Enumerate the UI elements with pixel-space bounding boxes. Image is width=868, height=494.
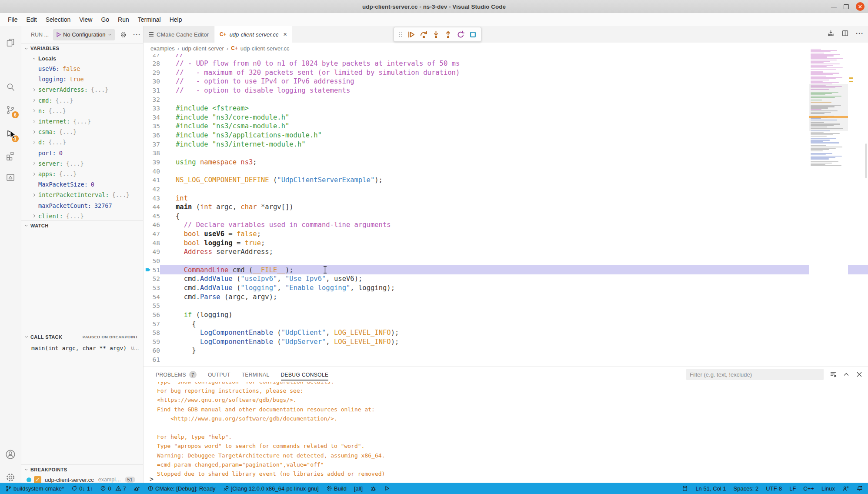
code-line[interactable]: 55 xyxy=(144,301,868,310)
account-button[interactable] xyxy=(0,444,21,465)
gutter-slot[interactable] xyxy=(144,267,152,273)
sidebar-item-search[interactable] xyxy=(0,77,21,97)
menu-item-go[interactable]: Go xyxy=(97,13,114,26)
panel-tab-output[interactable]: OUTPUT xyxy=(208,367,230,382)
sidebar-item-cmake[interactable] xyxy=(0,167,21,188)
breakpoints-section-header[interactable]: BREAKPOINTS xyxy=(21,464,143,474)
code-line[interactable]: 41NS_LOG_COMPONENT_DEFINE ("UdpClientSer… xyxy=(144,176,868,185)
sidebar-item-extensions[interactable] xyxy=(0,145,21,166)
code-line[interactable]: 29// - maximum of 320 packets sent (or l… xyxy=(144,68,868,77)
menu-item-edit[interactable]: Edit xyxy=(22,13,41,26)
chevron-right-icon[interactable] xyxy=(32,140,37,145)
code-line[interactable]: 27// xyxy=(144,54,868,59)
tab-close-icon[interactable]: × xyxy=(284,31,287,38)
debug-status[interactable] xyxy=(134,485,140,492)
code-line[interactable]: 54 cmd.Parse (argc, argv); xyxy=(144,292,868,301)
step-into-icon[interactable] xyxy=(432,30,440,39)
panel-tab-problems[interactable]: PROBLEMS7 xyxy=(156,367,197,382)
code-line[interactable]: 56 if (logging) xyxy=(144,310,868,320)
cmake-launch-button[interactable] xyxy=(384,485,390,491)
breadcrumb-item[interactable]: udp-client-server.cc xyxy=(240,45,290,52)
clear-console-icon[interactable] xyxy=(830,371,837,378)
code-line[interactable]: 53 cmd.AddValue ("logging", "Enable logg… xyxy=(144,284,868,293)
variables-section-header[interactable]: VARIABLES xyxy=(21,43,143,53)
chevron-right-icon[interactable] xyxy=(32,130,37,134)
maximize-icon[interactable] xyxy=(844,4,849,9)
code-line[interactable]: 49 Address serverAddress; xyxy=(144,247,868,257)
breakpoint-row[interactable]: ✓ udp-client-server.cc exampl… 51 xyxy=(21,474,143,483)
restart-icon[interactable] xyxy=(457,30,465,39)
chevron-down-icon[interactable] xyxy=(32,56,37,61)
breadcrumb-item[interactable]: examples xyxy=(150,45,175,52)
variable-row[interactable]: apps:{...} xyxy=(21,169,143,179)
code-line[interactable]: 40 xyxy=(144,167,868,176)
variable-row[interactable]: interPacketInterval:{...} xyxy=(21,190,143,200)
code-line[interactable]: 33#include <fstream> xyxy=(144,104,868,113)
minimap-slider[interactable] xyxy=(809,84,848,131)
variable-row[interactable]: d:{...} xyxy=(21,137,143,147)
variable-row[interactable]: maxPacketCount:32767 xyxy=(21,200,143,211)
close-panel-icon[interactable] xyxy=(856,371,863,378)
cmake-kit[interactable]: [Clang 12.0.0 x86_64-pc-linux-gnu] xyxy=(223,485,319,492)
feedback-button[interactable] xyxy=(842,485,849,492)
panel-tab-debug-console[interactable]: DEBUG CONSOLE xyxy=(281,367,329,382)
locals-scope-row[interactable]: Locals xyxy=(21,53,143,63)
watch-section-header[interactable]: WATCH xyxy=(21,220,143,230)
cmake-debug-button[interactable] xyxy=(370,485,377,492)
close-icon[interactable]: ✕ xyxy=(856,2,865,11)
collapse-panel-icon[interactable] xyxy=(843,371,850,378)
breakpoint-checkbox[interactable]: ✓ xyxy=(34,476,41,483)
console-filter-input[interactable] xyxy=(686,369,824,380)
more-actions-icon[interactable]: ··· xyxy=(133,31,141,38)
variable-row[interactable]: cmd:{...} xyxy=(21,95,143,106)
code-line[interactable]: 35#include "ns3/csma-module.h" xyxy=(144,122,868,131)
menu-item-selection[interactable]: Selection xyxy=(41,13,75,26)
code-line[interactable]: 31// - option to disable logging stateme… xyxy=(144,86,868,95)
debug-console-output[interactable]: Type "show configuration" for configurat… xyxy=(144,382,868,483)
variable-row[interactable]: port:0 xyxy=(21,148,143,158)
cmake-status[interactable]: CMake: [Debug]: Ready xyxy=(147,485,216,492)
remote-db-status[interactable] xyxy=(682,485,688,491)
chevron-right-icon[interactable] xyxy=(32,108,37,113)
code-line[interactable]: 51 CommandLine cmd (__FILE__); xyxy=(144,265,868,274)
code-line[interactable]: 39using namespace ns3; xyxy=(144,158,868,167)
variable-row[interactable]: csma:{...} xyxy=(21,127,143,137)
cmake-build-target[interactable]: [all] xyxy=(354,485,363,492)
code-line[interactable]: 34#include "ns3/core-module.h" xyxy=(144,113,868,122)
tab-udp-client-server[interactable]: C+ udp-client-server.cc × xyxy=(214,26,292,43)
toolbar-drag-handle[interactable] xyxy=(398,31,403,38)
chevron-right-icon[interactable] xyxy=(32,193,37,197)
code-line[interactable]: 38 xyxy=(144,149,868,158)
more-actions-icon[interactable]: ··· xyxy=(856,30,864,37)
tab-cmake-cache-editor[interactable]: CMake Cache Editor xyxy=(144,26,214,43)
branch-status[interactable]: buildsystem-cmake* xyxy=(5,485,64,492)
code-line[interactable]: 52 cmd.AddValue ("useIpv6", "Use Ipv6", … xyxy=(144,274,868,284)
editor-scrollbar[interactable] xyxy=(865,144,867,178)
code-line[interactable]: 44main (int argc, char *argv[]) xyxy=(144,203,868,212)
cmake-build-button[interactable]: Build xyxy=(326,485,347,492)
problems-status[interactable]: 0 7 xyxy=(100,485,126,492)
code-line[interactable]: 36#include "ns3/applications-module.h" xyxy=(144,131,868,140)
code-line[interactable]: 46 // Declare variables used in command-… xyxy=(144,220,868,230)
chevron-right-icon[interactable] xyxy=(32,172,37,177)
chevron-right-icon[interactable] xyxy=(32,119,37,124)
chevron-right-icon[interactable] xyxy=(32,161,37,166)
start-debug-icon[interactable] xyxy=(56,32,61,37)
code-line[interactable]: 50 xyxy=(144,257,868,266)
code-line[interactable]: 58 LogComponentEnable ("UdpClient", LOG_… xyxy=(144,328,868,337)
variable-row[interactable]: n:{...} xyxy=(21,106,143,116)
step-over-icon[interactable] xyxy=(420,30,428,39)
notifications-button[interactable] xyxy=(856,485,863,492)
variable-row[interactable]: client:{...} xyxy=(21,211,143,221)
stop-icon[interactable] xyxy=(469,30,477,39)
chevron-right-icon[interactable] xyxy=(32,214,37,218)
debug-settings-gear-icon[interactable] xyxy=(120,31,127,38)
variable-row[interactable]: serverAddress:{...} xyxy=(21,84,143,95)
cursor-position[interactable]: Ln 51, Col 1 xyxy=(695,485,726,492)
menu-item-help[interactable]: Help xyxy=(165,13,187,26)
split-editor-icon[interactable] xyxy=(841,30,849,37)
code-line[interactable]: 60 } xyxy=(144,346,868,355)
variable-row[interactable]: logging:true xyxy=(21,74,143,84)
activate-breakpoints-icon[interactable] xyxy=(827,30,835,37)
variable-row[interactable]: useV6:false xyxy=(21,63,143,74)
